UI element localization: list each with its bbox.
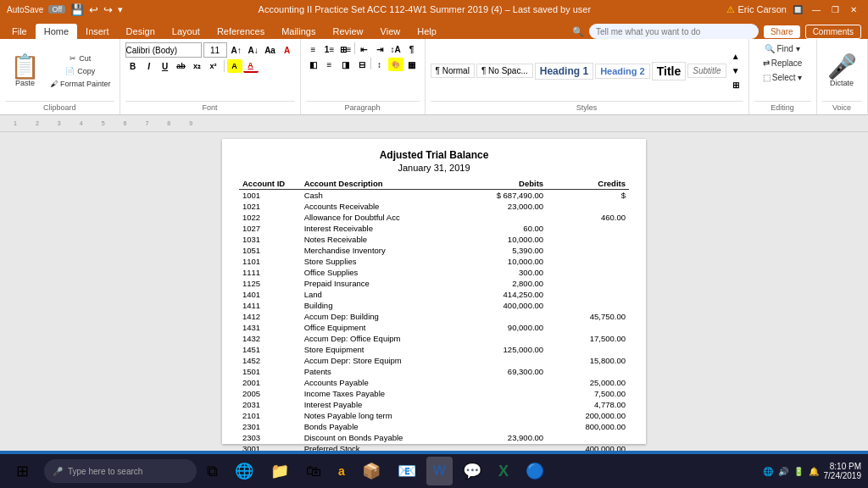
align-center-btn[interactable]: ≡	[322, 58, 337, 71]
cell-debit	[465, 421, 547, 432]
cell-id: 2303	[239, 432, 301, 443]
dictate-btn[interactable]: 🎤 Dictate	[822, 52, 862, 91]
style-heading1[interactable]: Heading 1	[535, 63, 593, 80]
task-view-btn[interactable]: ⧉	[200, 457, 225, 485]
select-btn[interactable]: ⬚ Select ▾	[760, 71, 806, 84]
cut-btn[interactable]: ✂ Cut	[47, 53, 114, 64]
styles-scroll-up-btn[interactable]: ▲	[728, 50, 743, 64]
format-painter-btn[interactable]: 🖌 Format Painter	[47, 78, 114, 90]
justify-btn[interactable]: ⊟	[354, 58, 370, 71]
search-input[interactable]	[589, 24, 759, 39]
underline-btn[interactable]: U	[158, 59, 173, 73]
find-btn[interactable]: 🔍 Find ▾	[761, 42, 803, 55]
style-heading2[interactable]: Heading 2	[595, 64, 650, 79]
tab-design[interactable]: Design	[118, 24, 164, 39]
save-icon[interactable]: 💾	[70, 3, 84, 16]
tab-home[interactable]: Home	[36, 24, 77, 39]
font-name-input[interactable]	[125, 42, 202, 58]
teams-btn[interactable]: 💬	[456, 457, 488, 485]
style-no-spacing[interactable]: ¶ No Spac...	[476, 64, 533, 78]
cell-desc: Discount on Bonds Payable	[301, 432, 465, 443]
cell-id: 1452	[239, 355, 301, 366]
start-button[interactable]: ⊞	[3, 457, 41, 485]
cell-id: 1411	[239, 300, 301, 311]
table-row: 1432 Accum Dep: Office Equipm 17,500.00	[239, 333, 629, 344]
align-left-btn[interactable]: ◧	[306, 58, 321, 71]
styles-scroll-down-btn[interactable]: ▼	[728, 64, 743, 78]
bold-btn[interactable]: B	[125, 59, 141, 73]
strikethrough-btn[interactable]: ab	[174, 59, 189, 73]
clear-format-btn[interactable]: Aa	[263, 43, 278, 57]
cell-id: 2301	[239, 421, 301, 432]
superscript-btn[interactable]: x²	[206, 59, 221, 73]
font-size-input[interactable]	[203, 42, 227, 58]
shading-btn[interactable]: 🎨	[388, 58, 403, 71]
table-row: 2005 Income Taxes Payable 7,500.00	[239, 388, 629, 399]
comments-button[interactable]: Comments	[805, 25, 861, 39]
decrease-indent-btn[interactable]: ⇤	[356, 42, 371, 56]
table-row: 1051 Merchandise Inventory 5,390.00	[239, 245, 629, 256]
font-color-btn2[interactable]: A	[243, 59, 259, 73]
editing-group: 🔍 Find ▾ ⇄ Replace ⬚ Select ▾ Editing	[749, 39, 817, 114]
cell-desc: Land	[301, 289, 465, 300]
cell-desc: Office Equipment	[301, 322, 465, 333]
tab-mailings[interactable]: Mailings	[273, 24, 324, 39]
close-btn[interactable]: ✕	[846, 3, 861, 15]
sort-btn[interactable]: ↕A	[388, 42, 403, 56]
word-btn[interactable]: W	[426, 457, 453, 485]
taskbar-search[interactable]: 🎤 Type here to search	[44, 459, 197, 483]
tab-layout[interactable]: Layout	[164, 24, 209, 39]
tab-help[interactable]: Help	[409, 24, 445, 39]
autosave-toggle[interactable]: Off	[48, 5, 65, 14]
bullet-list-btn[interactable]: ≡	[306, 42, 321, 56]
copy-btn[interactable]: 📄 Copy	[47, 65, 114, 77]
shrink-font-btn[interactable]: A↓	[246, 43, 261, 57]
tab-insert[interactable]: Insert	[77, 24, 118, 39]
taskbar: ⊞ 🎤 Type here to search ⧉ 🌐 📁 🛍 a 📦 📧 W …	[0, 454, 868, 488]
line-spacing-btn[interactable]: ↕	[372, 58, 387, 71]
border-btn[interactable]: ▦	[404, 58, 420, 71]
edge-btn[interactable]: 🌐	[228, 457, 260, 485]
ribbon-display-btn[interactable]: 🔲	[790, 3, 805, 15]
user-name: Eric Carson	[738, 4, 787, 14]
numbered-list-btn[interactable]: 1≡	[322, 42, 337, 56]
styles-expand-btn[interactable]: ⊞	[728, 79, 743, 92]
document-page[interactable]: Adjusted Trial Balance January 31, 2019 …	[222, 139, 646, 444]
paste-btn[interactable]: 📋 Paste	[5, 52, 45, 91]
restore-btn[interactable]: ❐	[827, 3, 843, 15]
explorer-btn[interactable]: 📁	[264, 457, 296, 485]
align-right-btn[interactable]: ◨	[338, 58, 353, 71]
tab-view[interactable]: View	[372, 24, 409, 39]
date: 7/24/2019	[824, 471, 862, 480]
cell-debit	[465, 355, 547, 366]
chrome-btn[interactable]: 🔵	[519, 457, 551, 485]
multilevel-list-btn[interactable]: ⊞≡	[338, 42, 353, 56]
cell-credit	[547, 344, 629, 355]
tab-file[interactable]: File	[3, 24, 36, 39]
amazon-btn[interactable]: a	[331, 457, 352, 485]
minimize-btn[interactable]: —	[809, 3, 824, 15]
style-subtitle[interactable]: Subtitle	[687, 64, 726, 78]
font-color-btn[interactable]: A	[280, 43, 295, 57]
tab-references[interactable]: References	[209, 24, 273, 39]
redo-icon[interactable]: ↪	[103, 3, 113, 16]
style-normal[interactable]: ¶ Normal	[431, 64, 475, 78]
excel-btn[interactable]: X	[492, 457, 515, 485]
title-bar-title: Accounting II Practice Set ACC 112-4W1 S…	[123, 4, 726, 14]
increase-indent-btn[interactable]: ⇥	[372, 42, 387, 56]
subscript-btn[interactable]: x₂	[190, 59, 205, 73]
share-button[interactable]: Share	[764, 25, 800, 38]
style-title[interactable]: Title	[652, 62, 687, 80]
store-btn[interactable]: 🛍	[299, 457, 328, 485]
italic-btn[interactable]: I	[142, 59, 157, 73]
dropbox-btn[interactable]: 📦	[355, 457, 387, 485]
highlight-color-btn[interactable]: A	[227, 59, 242, 73]
grow-font-btn[interactable]: A↑	[229, 43, 244, 57]
show-marks-btn[interactable]: ¶	[404, 42, 420, 56]
table-row: 2101 Notes Payable long term 200,000.00	[239, 410, 629, 421]
undo-icon[interactable]: ↩	[89, 3, 98, 16]
tab-review[interactable]: Review	[325, 24, 372, 39]
replace-btn[interactable]: ⇄ Replace	[760, 57, 806, 69]
outlook-btn[interactable]: 📧	[391, 457, 423, 485]
document-area[interactable]: Adjusted Trial Balance January 31, 2019 …	[0, 132, 868, 451]
